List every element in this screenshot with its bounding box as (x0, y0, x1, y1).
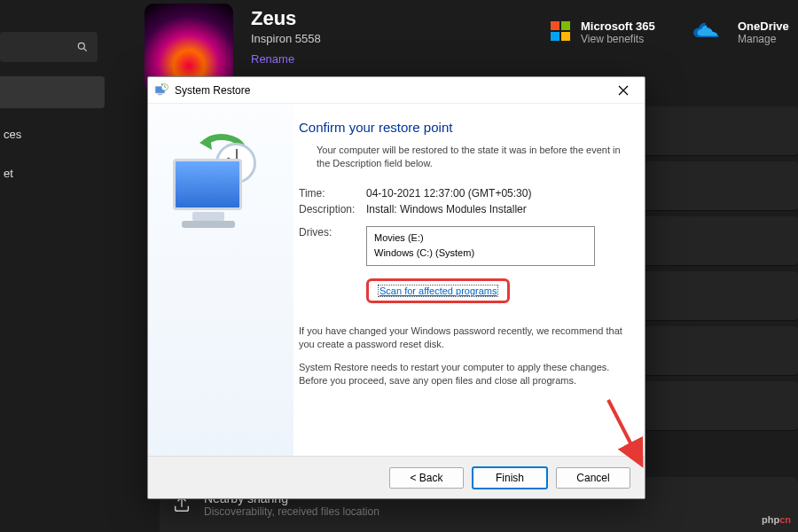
scan-affected-programs-link[interactable]: Scan for affected programs (378, 285, 498, 297)
back-button[interactable]: < Back (389, 467, 464, 489)
dialog-body: Confirm your restore point Your computer… (148, 104, 645, 456)
microsoft-logo-icon (551, 21, 572, 43)
finish-button[interactable]: Finish (473, 467, 547, 489)
onedrive-subtitle: Manage (738, 33, 789, 45)
dialog-intro: Your computer will be restored to the st… (317, 144, 623, 171)
svg-rect-3 (158, 93, 162, 95)
rename-link[interactable]: Rename (251, 52, 294, 66)
dialog-button-bar: < Back Finish Cancel (148, 456, 645, 498)
dialog-title: System Restore (175, 84, 607, 97)
cancel-button-label: Cancel (576, 472, 609, 484)
user-name: Zeus (251, 7, 321, 30)
drives-listbox[interactable]: Movies (E:) Windows (C:) (System) (366, 226, 595, 266)
watermark: phpcn (762, 514, 791, 525)
cancel-button[interactable]: Cancel (556, 467, 630, 489)
user-info: Zeus Inspiron 5558 Rename (251, 7, 321, 66)
close-button[interactable] (607, 80, 639, 101)
microsoft-365-tile[interactable]: Microsoft 365 View benefits (581, 20, 655, 45)
time-label: Time: (299, 187, 366, 200)
nearby-subtitle: Discoverability, received files location (204, 505, 379, 518)
system-restore-icon (153, 82, 169, 98)
sidebar-selected-item[interactable] (0, 76, 105, 108)
time-row: Time: 04-10-2021 12:37:00 (GMT+05:30) (299, 187, 623, 200)
search-icon (76, 41, 89, 53)
onedrive-tile[interactable]: OneDrive Manage (738, 20, 789, 45)
wizard-sidebar-image (148, 104, 293, 456)
dialog-heading: Confirm your restore point (299, 120, 623, 135)
drives-row: Drives: Movies (E:) Windows (C:) (System… (299, 226, 623, 266)
system-restore-dialog: System Restore Confirm your restore poin… (147, 76, 645, 499)
sidebar-item-partial-b[interactable]: et (0, 160, 105, 187)
finish-button-label: Finish (496, 472, 524, 484)
onedrive-cloud-icon (693, 21, 725, 43)
sidebar-item-partial-a[interactable]: ces (0, 121, 105, 148)
back-button-label: < Back (410, 472, 442, 484)
drive-item: Windows (C:) (System) (374, 246, 587, 262)
restart-note: System Restore needs to restart your com… (299, 361, 623, 388)
restore-clock-illustration (168, 139, 274, 246)
scan-link-highlight: Scan for affected programs (366, 278, 623, 303)
onedrive-title: OneDrive (738, 20, 789, 33)
dialog-titlebar: System Restore (148, 77, 645, 104)
ms365-title: Microsoft 365 (581, 20, 655, 33)
svg-line-1 (84, 49, 87, 51)
drives-label: Drives: (299, 226, 366, 266)
svg-point-0 (78, 43, 84, 49)
ms365-subtitle: View benefits (581, 33, 655, 45)
dialog-content: Confirm your restore point Your computer… (293, 104, 645, 456)
close-icon (618, 85, 629, 96)
drive-item: Movies (E:) (374, 231, 587, 246)
description-label: Description: (299, 203, 366, 215)
time-value: 04-10-2021 12:37:00 (GMT+05:30) (366, 187, 623, 200)
device-model: Inspiron 5558 (251, 32, 321, 45)
description-row: Description: Install: Windows Modules In… (299, 203, 623, 215)
password-note: If you have changed your Windows passwor… (299, 325, 623, 352)
search-input[interactable] (0, 32, 98, 62)
description-value: Install: Windows Modules Installer (366, 203, 623, 215)
